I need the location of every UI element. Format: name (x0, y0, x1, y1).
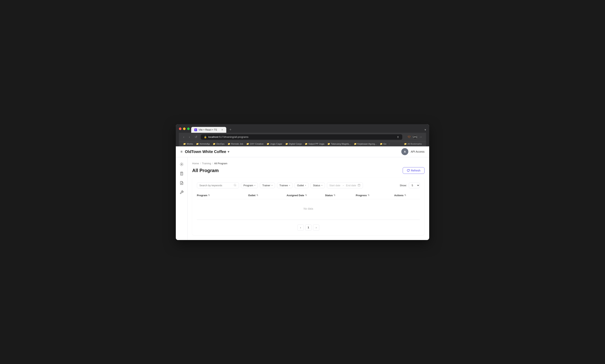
search-box (197, 182, 239, 188)
bookmark-satpol[interactable]: 📁 Satpol PP Jogja (304, 142, 326, 146)
title-chevron-icon[interactable]: ▾ (228, 150, 229, 154)
url-field[interactable]: 🔒 localhost:5173/training/all-programs ⬆ (201, 134, 402, 140)
bookmark-digitalcargo[interactable]: 📁 Digital Cargo (284, 142, 303, 146)
page-header: All Program Refresh (192, 167, 425, 174)
col-header-program[interactable]: Program ⇅ (197, 194, 248, 197)
maximize-traffic-light[interactable] (187, 128, 190, 130)
show-label: Show: (400, 184, 407, 187)
search-input[interactable] (199, 184, 232, 187)
trainer-filter[interactable]: Trainer ▾ (260, 182, 275, 188)
tab-close-button[interactable]: ✕ (221, 129, 223, 131)
svg-point-0 (181, 164, 182, 165)
browser-window: V Vite + React + TS ✕ + ▾ ‹ › ↺ 🔒 localh… (176, 124, 429, 240)
share-icon[interactable]: ⬆ (397, 135, 399, 139)
browser-toolbar-icons: 🛡 VPN ⋯ (407, 135, 423, 139)
back-button[interactable]: ‹ (182, 135, 185, 139)
page-title: All Program (192, 168, 219, 173)
sidebar-icon-clipboard[interactable] (178, 170, 186, 178)
sort-icon-status: ⇅ (333, 194, 335, 197)
svg-rect-8 (358, 184, 360, 186)
bookmark-go[interactable]: 📁 Go (379, 142, 387, 146)
bookmark-kejaksaan[interactable]: 📁 Kejaksaan Agung... (353, 142, 378, 146)
next-page-button[interactable]: › (313, 224, 319, 231)
breadcrumb-sep-2: / (212, 162, 213, 165)
status-filter-label: Status (313, 184, 320, 187)
breadcrumb-sep-1: / (200, 162, 201, 165)
outlet-filter[interactable]: Outlet ▾ (294, 182, 309, 188)
sidebar (176, 157, 188, 240)
vpn-icon[interactable]: VPN (413, 135, 417, 139)
sidebar-icon-gear[interactable] (178, 160, 186, 168)
active-tab[interactable]: V Vite + React + TS ✕ (191, 127, 226, 133)
folder-icon: 📁 (305, 143, 308, 145)
folder-icon: 📁 (228, 143, 230, 145)
app-content: Home / Training / All Program All Progra… (176, 157, 429, 240)
minimize-traffic-light[interactable] (183, 128, 186, 130)
tab-favicon: V (194, 129, 197, 131)
refresh-button[interactable]: Refresh (403, 167, 425, 174)
reload-button[interactable]: ↺ (193, 135, 198, 139)
browser-titlebar: V Vite + React + TS ✕ + ▾ ‹ › ↺ 🔒 localh… (176, 124, 429, 146)
url-bar-row: ‹ › ↺ 🔒 localhost:5173/training/all-prog… (179, 133, 426, 141)
bookmark-oxycreative[interactable]: 📁 OXY Creative (245, 142, 265, 146)
prev-page-button[interactable]: ‹ (297, 224, 304, 231)
avatar[interactable]: A (401, 148, 408, 155)
bookmark-separator: » (389, 143, 390, 145)
col-header-assigned-date[interactable]: Assigned Date ⇅ (287, 194, 325, 197)
sort-icon-program: ⇅ (208, 194, 210, 197)
browser-controls (179, 128, 190, 130)
col-header-actions[interactable]: Actions ⇅ (394, 194, 420, 197)
bookmark-jogjacagar[interactable]: 📁 Jogja Cagar (265, 142, 283, 146)
breadcrumb-current: All Program (214, 162, 227, 165)
brave-shield-icon[interactable]: 🛡 (407, 135, 411, 139)
show-select[interactable]: 5 10 25 50 (409, 182, 420, 188)
sort-icon-actions: ⇅ (404, 194, 406, 197)
program-filter[interactable]: Program ▾ (241, 182, 258, 188)
menu-toggle-icon[interactable]: ≡ (180, 150, 183, 154)
filters-row: Program ▾ Trainer ▾ Trainee ▾ Outlet (197, 182, 420, 188)
date-arrow-icon: → (342, 184, 344, 187)
breadcrumb-training[interactable]: Training (202, 162, 211, 165)
tab-bar: V Vite + React + TS ✕ + ▾ (179, 126, 426, 133)
col-header-progress[interactable]: Progress ⇅ (356, 194, 394, 197)
search-icon (234, 184, 236, 187)
calendar-icon (358, 184, 360, 187)
date-range-picker[interactable]: Start date → End date (327, 182, 363, 188)
forward-button[interactable]: › (188, 135, 191, 139)
app-name-text: OldTown White Coffee (185, 149, 226, 154)
sort-icon-outlet: ⇅ (256, 194, 258, 197)
sidebar-icon-document[interactable] (178, 179, 186, 187)
secure-icon: 🔒 (204, 136, 207, 138)
col-header-outlet[interactable]: Outlet ⇅ (248, 194, 287, 197)
no-data-message: No data (197, 199, 420, 218)
app-frame: ≡ OldTown White Coffee ▾ A API Access (176, 146, 429, 240)
folder-icon: 📁 (267, 143, 269, 145)
settings-icon[interactable]: ⋯ (419, 135, 423, 139)
trainee-chevron-icon: ▾ (289, 184, 290, 186)
bookmark-works[interactable]: 📁 Works (182, 142, 194, 146)
status-filter[interactable]: Status ▾ (311, 182, 325, 188)
new-tab-button[interactable]: + (228, 127, 233, 132)
tab-title: Vite + React + TS (199, 129, 217, 131)
folder-icon: 📁 (246, 143, 249, 145)
col-header-status[interactable]: Status ⇅ (325, 194, 356, 197)
folder-icon: 📁 (196, 143, 199, 145)
bookmark-kiriminaja[interactable]: 📁 KiriminAja (195, 142, 211, 146)
table-footer-line (197, 220, 420, 220)
page-1-button[interactable]: 1 (305, 224, 312, 231)
svg-line-7 (236, 185, 236, 186)
bookmark-allbookmarks[interactable]: 📁 All Bookmarks (403, 142, 423, 146)
header-right: A API Access (401, 148, 425, 155)
bookmark-remotejob[interactable]: 📁 Remote Job (226, 142, 244, 146)
main-card: Program ▾ Trainer ▾ Trainee ▾ Outlet (192, 178, 425, 235)
close-traffic-light[interactable] (179, 128, 181, 130)
breadcrumb-home[interactable]: Home (192, 162, 199, 165)
bookmark-devops[interactable]: 📁 DevOps (212, 142, 226, 146)
app-title: OldTown White Coffee ▾ (185, 149, 229, 154)
trainee-filter[interactable]: Trainee ▾ (277, 182, 293, 188)
outlet-filter-label: Outlet (297, 184, 304, 187)
folder-icon: 📁 (213, 143, 216, 145)
bookmark-tataruang[interactable]: 📁 Tataruang Magela... (326, 142, 352, 146)
sidebar-icon-wrench[interactable] (178, 188, 186, 196)
pagination: ‹ 1 › (197, 224, 420, 231)
